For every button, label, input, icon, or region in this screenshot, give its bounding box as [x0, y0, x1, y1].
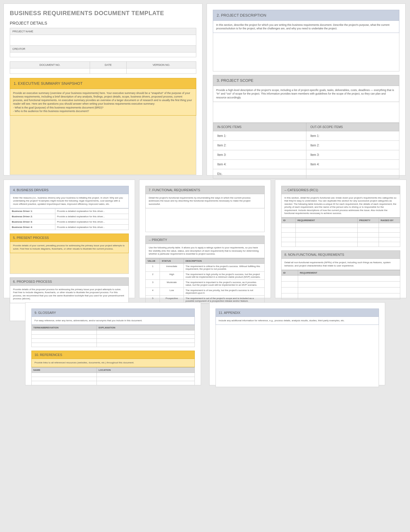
glossary-table: TERM/ABBREVIATIONEXPLANATION [31, 325, 195, 347]
business-drivers-text: Enter the reasons (i.e., business driver… [10, 194, 129, 208]
driver-3-value[interactable]: Provide a detailed explanation for this … [55, 219, 129, 225]
driver-1-value[interactable]: Provide a detailed explanation for this … [55, 209, 129, 214]
date-label: DATE [90, 62, 127, 68]
functional-requirements-header: 7. FUNCTIONAL REQUIREMENTS [145, 186, 264, 194]
page-5: -- CATEGORIES (RC1) In this section, det… [275, 180, 406, 298]
in-scope-row-5[interactable]: Etc. [213, 169, 306, 178]
in-scope-header: IN-SCOPE ITEMS [213, 123, 306, 131]
project-scope-section: 3. PROJECT SCOPE Provide a high-level de… [213, 75, 399, 178]
out-scope-header: OUT-OF-SCOPE ITEMS [306, 123, 399, 131]
glossary-section: 9. GLOSSARY For easy reference, enter an… [31, 309, 195, 347]
driver-2-value[interactable]: Provide a detailed explanation for this … [55, 214, 129, 219]
categories-header: -- CATEGORIES (RC1) [281, 186, 400, 194]
document-no-cell[interactable] [10, 68, 90, 74]
page-7: 11. APPENDIX Include any additional info… [209, 302, 385, 385]
doc-meta-table: DOCUMENT NO. DATE VERSION NO. [10, 61, 196, 74]
present-process-header: 5. PRESENT PROCESS [10, 234, 129, 242]
driver-4-value[interactable]: Provide a detailed explanation for this … [55, 225, 129, 230]
out-scope-row-5[interactable] [306, 169, 399, 178]
project-description-body[interactable] [213, 33, 399, 71]
project-scope-text: Provide a high-level description of the … [213, 86, 399, 102]
project-scope-body[interactable] [213, 102, 399, 123]
out-scope-row-2[interactable]: Item 2: [306, 140, 399, 150]
priority-col-status: STATUS [160, 258, 184, 264]
priority-col-value: VALUE [146, 258, 160, 264]
priority-col-description: DESCRIPTION [184, 258, 264, 264]
functional-requirements-body[interactable] [145, 208, 264, 232]
priority-text: Use the following priority table. It all… [145, 244, 264, 258]
categories-section: -- CATEGORIES (RC1) In this section, det… [281, 186, 400, 247]
business-drivers-section: 4. BUSINESS DRIVERS Enter the reasons (i… [10, 186, 129, 230]
project-name-cell[interactable] [10, 35, 196, 46]
appendix-text: Include any additional information for r… [216, 317, 379, 325]
page-2: 2. PROJECT DESCRIPTION In this section, … [207, 4, 406, 175]
project-scope-header: 3. PROJECT SCOPE [213, 75, 399, 86]
references-table: NAMELOCATION [31, 367, 195, 385]
business-drivers-table: Business Driver 1:Provide a detailed exp… [10, 208, 129, 230]
driver-4-label: Business Driver 4: [10, 225, 55, 230]
scope-table: IN-SCOPE ITEMSOUT-OF-SCOPE ITEMS Item 1:… [213, 123, 399, 179]
references-header: 10. REFERENCES [31, 351, 195, 359]
business-drivers-header: 4. BUSINESS DRIVERS [10, 186, 129, 194]
project-description-section: 2. PROJECT DESCRIPTION In this section, … [213, 10, 399, 71]
exec-summary-section: 1. EXECUTIVE SUMMARY SNAPSHOT Provide an… [10, 78, 196, 175]
driver-3-label: Business Driver 3: [10, 219, 55, 225]
functional-requirements-text: Detail the project's functional requirem… [145, 194, 264, 208]
proposed-process-header: 6. PROPOSED PROCESS [10, 277, 129, 286]
out-scope-row-4[interactable]: Item 4: [306, 159, 399, 169]
nfr-text: Detail all non-functional requirements (… [281, 259, 400, 270]
categories-table: IDREQUIREMENTPRIORITYRAISED BY [281, 218, 400, 247]
project-details-heading: PROJECT DETAILS [10, 21, 196, 25]
project-name-label: PROJECT NAME [10, 28, 196, 35]
version-no-cell[interactable] [127, 68, 196, 74]
in-scope-row-3[interactable]: Item 3: [213, 150, 306, 159]
present-process-body[interactable] [10, 253, 129, 274]
in-scope-row-2[interactable]: Item 2: [213, 140, 306, 150]
page-4: 7. FUNCTIONAL REQUIREMENTS Detail the pr… [139, 180, 271, 298]
in-scope-row-4[interactable]: Item 4: [213, 159, 306, 169]
priority-section: -- PRIORITY Use the following priority t… [145, 236, 264, 304]
date-cell[interactable] [90, 68, 127, 74]
document-no-label: DOCUMENT NO. [10, 62, 90, 68]
out-scope-row-1[interactable]: Item 1: [306, 131, 399, 140]
references-text: Provide links to all referenced resource… [31, 359, 195, 367]
project-description-header: 2. PROJECT DESCRIPTION [213, 10, 399, 21]
version-no-label: VERSION NO. [127, 62, 196, 68]
driver-2-label: Business Driver 2: [10, 214, 55, 219]
creator-label: CREATOR [10, 46, 196, 52]
nfr-section: 8. NON-FUNCTIONAL REQUIREMENTS Detail al… [281, 250, 400, 299]
page-6: 9. GLOSSARY For easy reference, enter an… [25, 302, 201, 385]
categories-text: In this section, detail the project's fu… [281, 194, 400, 218]
nfr-table: IDREQUIREMENT [281, 270, 400, 299]
appendix-section: 11. APPENDIX Include any additional info… [216, 309, 379, 387]
document-title: BUSINESS REQUIREMENTS DOCUMENT TEMPLATE [10, 10, 196, 17]
exec-summary-body[interactable] [10, 116, 196, 175]
exec-summary-header: 1. EXECUTIVE SUMMARY SNAPSHOT [10, 78, 196, 89]
appendix-header: 11. APPENDIX [216, 309, 379, 317]
page-3: 4. BUSINESS DRIVERS Enter the reasons (i… [4, 180, 135, 298]
in-scope-row-1[interactable]: Item 1: [213, 131, 306, 140]
glossary-text: For easy reference, enter any terms, abb… [31, 317, 195, 325]
priority-table: VALUESTATUSDESCRIPTION 1ImmediateThe req… [145, 258, 264, 304]
references-section: 10. REFERENCES Provide links to all refe… [31, 351, 195, 385]
exec-summary-description: Provide an executive summary (overview o… [10, 89, 196, 116]
appendix-body[interactable] [216, 325, 379, 387]
driver-1-label: Business Driver 1: [10, 209, 55, 214]
proposed-process-text: Provide details of the proposed process … [10, 286, 129, 303]
out-scope-row-3[interactable]: Item 3: [306, 150, 399, 159]
project-name-table: PROJECT NAME CREATOR [10, 28, 196, 57]
priority-header: -- PRIORITY [145, 236, 264, 244]
page-1: BUSINESS REQUIREMENTS DOCUMENT TEMPLATE … [4, 4, 202, 175]
functional-requirements-section: 7. FUNCTIONAL REQUIREMENTS Detail the pr… [145, 186, 264, 232]
present-process-section: 5. PRESENT PROCESS Provide details of yo… [10, 234, 129, 274]
creator-cell[interactable] [10, 52, 196, 57]
project-description-text: In this section, describe the project fo… [213, 21, 399, 33]
present-process-text: Provide details of your current, prevail… [10, 242, 129, 253]
nfr-header: 8. NON-FUNCTIONAL REQUIREMENTS [281, 250, 400, 259]
glossary-header: 9. GLOSSARY [31, 309, 195, 317]
